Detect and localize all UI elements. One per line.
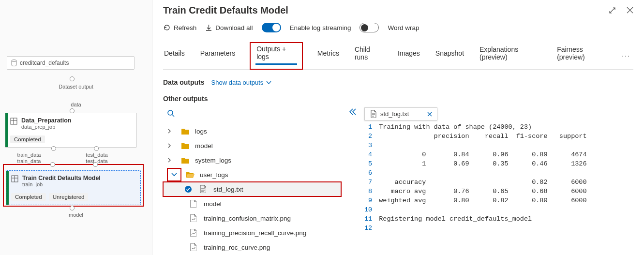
file-icon [190,243,199,251]
show-data-outputs-link[interactable]: Show data outputs [211,79,272,86]
tab-snapshot[interactable]: Snapshot [434,49,465,62]
expand-icon[interactable] [609,7,616,14]
link-label: Show data outputs [211,79,264,86]
dataset-name: creditcard_defaults [20,60,69,66]
tree-file-roc-curve[interactable]: training_roc_curve.png [163,240,341,255]
chevron-down-icon [266,80,271,85]
register-badge: Unregistered [49,193,89,201]
check-icon [184,185,192,193]
page-title: Train Credit Defaults Model [163,5,609,16]
search-icon[interactable] [163,107,179,122]
tree-file-confusion-matrix[interactable]: training_confusion_matrix.png [163,211,341,225]
other-outputs-heading: Other outputs [163,95,633,103]
tree-label: training_roc_curve.png [204,244,270,251]
port-icon[interactable] [70,206,75,210]
chevron-down-icon [167,168,181,181]
tab-details[interactable]: Details [163,49,186,62]
close-icon[interactable] [627,7,633,14]
file-icon [371,110,376,118]
tab-fairness[interactable]: Fairness (preview) [556,45,608,66]
tree-folder-logs[interactable]: logs [163,124,341,138]
tab-metrics[interactable]: Metrics [316,49,340,62]
tree-file-model[interactable]: model [163,196,341,211]
tree-label: model [204,200,222,208]
chevron-right-icon [167,129,177,134]
port-icon[interactable] [94,146,99,151]
close-tab-icon[interactable] [427,112,432,117]
tab-parameters[interactable]: Parameters [199,49,236,62]
refresh-icon [163,24,171,31]
collapse-tree-button[interactable] [346,107,359,116]
tree-label: training_precision_recall_curve.png [204,229,306,237]
port-icon[interactable] [93,162,98,167]
editor-tab[interactable]: std_log.txt [364,107,437,120]
status-bar [6,171,9,205]
word-wrap-toggle[interactable] [359,23,379,32]
component-icon [10,117,17,125]
tab-explanations[interactable]: Explanations (preview) [479,45,542,66]
status-bar [5,113,8,147]
download-all-button[interactable]: Download all [205,24,253,31]
node-subtitle: train_job [22,181,101,187]
word-wrap-label: Word wrap [388,24,419,31]
file-icon [190,229,199,237]
status-badge: Completed [11,193,46,201]
download-label: Download all [215,24,253,31]
tree-folder-model[interactable]: model [163,138,341,153]
node-subtitle: data_prep_job [21,124,72,130]
tree-label: model [195,142,213,150]
edge-label: model [0,212,152,218]
dataset-node[interactable]: creditcard_defaults [7,56,135,70]
train-model-node[interactable]: Train Credit Defaults Model train_job Co… [6,170,141,205]
tree-label: std_log.txt [213,186,243,193]
svg-point-3 [168,110,173,115]
edge-label: test_data [48,152,145,158]
tree-file-pr-curve[interactable]: training_precision_recall_curve.png [163,225,341,240]
selection-highlight: Outputs + logs [250,42,303,70]
selection-highlight: Train Credit Defaults Model train_job Co… [3,164,144,207]
log-streaming-label: Enable log streaming [290,24,351,31]
chevron-right-icon [167,143,177,148]
log-viewer: std_log.txt 123456789101112 Training wit… [364,107,633,233]
refresh-button[interactable]: Refresh [163,24,196,31]
file-icon [200,185,209,193]
tab-child-runs[interactable]: Child runs [354,45,383,66]
folder-icon [181,143,190,149]
node-title: Train Credit Defaults Model [22,175,101,181]
port-icon[interactable] [70,76,75,81]
database-icon [11,60,17,66]
tab-outputs-logs[interactable]: Outputs + logs [255,45,297,65]
tree-label: system_logs [195,157,231,164]
tree-folder-user-logs[interactable]: user_logs [163,167,341,182]
tab-bar: Details Parameters Outputs + logs Metric… [163,42,633,70]
port-icon[interactable] [50,162,55,167]
editor-tab-label: std_log.txt [380,110,409,118]
file-icon [190,214,199,222]
line-gutter: 123456789101112 [364,122,379,233]
detail-panel: Train Credit Defaults Model Refresh Down… [152,0,644,255]
data-prep-node[interactable]: Data_Preparation data_prep_job Completed [5,113,137,148]
more-tabs-button[interactable]: ··· [622,52,633,60]
file-icon [190,200,199,208]
node-title: Data_Preparation [21,117,72,124]
data-outputs-heading: Data outputs [163,78,205,86]
open-folder-icon [186,172,195,178]
tree-label: training_confusion_matrix.png [204,215,291,222]
output-tree: logs model system_logs [163,107,341,255]
folder-icon [181,128,190,135]
edge-label: Dataset output [0,84,152,90]
status-badge: Completed [10,135,45,143]
tree-file-std-log[interactable]: std_log.txt [163,182,341,196]
code-content[interactable]: Training with data of shape (24000, 23) … [379,122,586,233]
folder-icon [181,157,190,164]
tab-images[interactable]: Images [397,49,421,62]
port-icon[interactable] [51,146,56,151]
chevron-right-icon [167,158,177,163]
svg-point-0 [12,60,16,62]
pipeline-canvas[interactable]: creditcard_defaults Dataset output data … [0,0,152,255]
refresh-label: Refresh [174,24,196,31]
tree-folder-system-logs[interactable]: system_logs [163,153,341,167]
tree-label: logs [195,128,207,135]
tree-label: user_logs [200,171,228,179]
log-streaming-toggle[interactable] [262,23,281,32]
